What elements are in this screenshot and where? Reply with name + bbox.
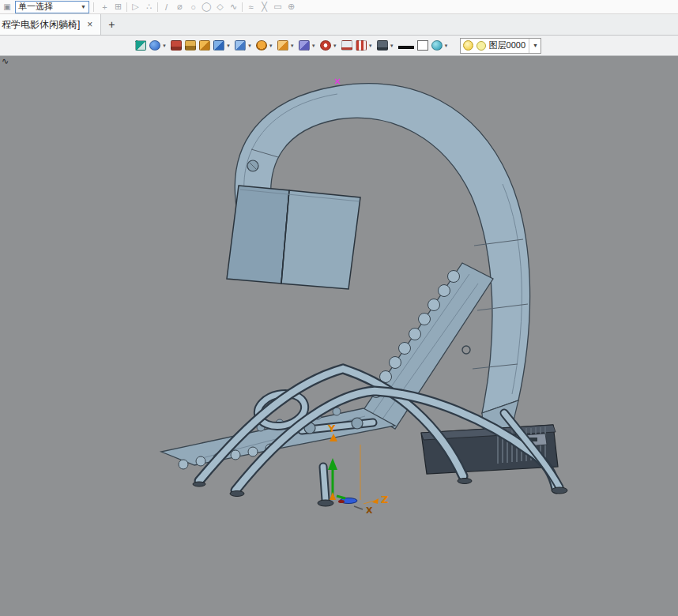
quick-toolbar-icons: +⊞▷∴/⌀○◯◇∿≈╳▭⊕ <box>98 2 298 12</box>
snap-point-icon[interactable]: + <box>98 2 111 12</box>
chevron-down-icon[interactable]: ▼ <box>389 43 395 48</box>
revolve-icon[interactable]: ▼ <box>255 39 275 51</box>
circle-tool-icon[interactable]: ○ <box>186 2 200 12</box>
viewport[interactable]: ∿ <box>0 56 678 616</box>
chevron-down-icon[interactable]: ▼ <box>268 43 274 48</box>
chevron-down-icon[interactable]: ▼ <box>247 43 253 48</box>
display-mode-icon[interactable]: ▼ <box>376 39 396 51</box>
chevron-down-icon[interactable]: ▼ <box>332 43 338 48</box>
chevron-down-icon: ▼ <box>81 4 86 9</box>
chevron-down-icon[interactable]: ▼ <box>225 43 232 48</box>
appearance-icon <box>149 40 160 51</box>
hatch-icon[interactable]: ▼ <box>355 39 375 51</box>
document-tab-label: 程学电影休闲躺椅] <box>2 18 80 32</box>
tab-close-icon[interactable]: × <box>85 19 94 30</box>
cad-application-window: ▣ 单一选择 ▼ +⊞▷∴/⌀○◯◇∿≈╳▭⊕ 程学电影休闲躺椅] × + ▼▼… <box>0 0 678 616</box>
brush-icon[interactable] <box>184 39 197 51</box>
appearance-icon[interactable]: ▼ <box>149 39 168 51</box>
chevron-down-icon[interactable]: ▼ <box>443 43 450 48</box>
layer-visibility-bulb-icon[interactable] <box>463 40 473 51</box>
diameter-tool-icon[interactable]: ⌀ <box>173 2 186 12</box>
trim-tool-icon[interactable]: ╳ <box>258 2 271 12</box>
select-mode-icon[interactable]: ▣ <box>2 2 13 11</box>
boolean-icon[interactable]: ▼ <box>234 39 254 51</box>
paint-icon[interactable] <box>170 39 183 51</box>
chevron-down-icon[interactable]: ▼ <box>289 43 296 48</box>
quick-toolbar: ▣ 单一选择 ▼ +⊞▷∴/⌀○◯◇∿≈╳▭⊕ <box>0 0 678 14</box>
point-set-icon[interactable]: ∴ <box>142 2 156 12</box>
boolean-icon <box>235 40 246 51</box>
sheet-icon <box>341 40 352 51</box>
chevron-down-icon[interactable]: ▼ <box>161 43 168 48</box>
play-macro-icon[interactable]: ▷ <box>129 2 142 12</box>
layer-color-swatch-icon[interactable] <box>476 41 486 51</box>
toolbar-separator <box>242 2 243 12</box>
render-sphere-icon <box>431 40 443 51</box>
solid-cube-icon[interactable] <box>198 39 211 51</box>
chevron-down-icon[interactable]: ▼ <box>529 39 538 53</box>
chevron-down-icon[interactable]: ▼ <box>367 43 374 48</box>
new-tab-button[interactable]: + <box>101 14 122 35</box>
line-width-icon <box>398 46 414 49</box>
open-part-icon[interactable] <box>134 39 147 51</box>
sweep-icon[interactable]: ▼ <box>277 39 296 51</box>
section-view-icon[interactable]: ▼ <box>319 39 339 51</box>
revolve-icon <box>256 40 267 51</box>
rect-tool-icon[interactable]: ▭ <box>271 2 284 12</box>
paint-icon <box>171 40 182 51</box>
origin-tool-icon[interactable]: ⊕ <box>284 2 298 12</box>
line-tool-icon[interactable]: / <box>160 2 173 12</box>
layer-combo[interactable]: 图层0000 ▼ <box>460 38 541 54</box>
curve-tool-icon[interactable]: ≈ <box>244 2 258 12</box>
line-width-icon[interactable] <box>397 42 415 50</box>
selection-mode-value: 单一选择 <box>18 1 53 13</box>
brush-icon <box>185 40 196 51</box>
solid-cube-icon <box>199 40 210 51</box>
axis-z-label: Z <box>381 494 388 505</box>
loft-icon <box>299 40 310 51</box>
toolbar-separator <box>126 2 127 12</box>
loft-icon[interactable]: ▼ <box>298 39 318 51</box>
document-tab-bar: 程学电影休闲躺椅] × + <box>0 14 678 36</box>
box-feature-icon[interactable]: ▼ <box>213 39 232 51</box>
blank-style-icon[interactable] <box>416 39 429 51</box>
selection-mode-combo[interactable]: 单一选择 ▼ <box>15 1 89 13</box>
open-part-icon <box>135 40 146 51</box>
grid-snap-icon[interactable]: ⊞ <box>111 2 125 12</box>
render-sphere-icon[interactable]: ▼ <box>431 39 450 51</box>
axis-x-label: X <box>366 505 373 516</box>
ellipse-tool-icon[interactable]: ◯ <box>200 2 213 12</box>
document-tab[interactable]: 程学电影休闲躺椅] × <box>0 14 101 35</box>
blank-style-icon <box>417 40 428 51</box>
main-toolbar: ▼▼▼▼▼▼▼▼▼▼ 图层0000 ▼ <box>0 36 678 56</box>
viewport-3d[interactable]: Y Z X <box>0 56 678 616</box>
sweep-icon <box>277 40 288 51</box>
box-feature-icon <box>213 40 224 51</box>
polygon-tool-icon[interactable]: ◇ <box>213 2 227 12</box>
section-view-icon <box>320 40 331 51</box>
ribbon-icons: ▼▼▼▼▼▼▼▼▼▼ <box>134 39 450 51</box>
toolbar-separator <box>157 2 158 12</box>
chevron-down-icon[interactable]: ▼ <box>311 43 317 48</box>
model-monitor[interactable] <box>227 186 360 289</box>
sheet-icon[interactable] <box>341 39 353 51</box>
vertex-marker <box>335 79 340 84</box>
toolbar-separator <box>93 2 94 12</box>
spline-tool-icon[interactable]: ∿ <box>227 2 240 12</box>
display-mode-icon <box>377 40 388 51</box>
layer-name: 图层0000 <box>489 39 525 51</box>
mini-tool-icon[interactable]: ∿ <box>2 56 9 66</box>
axis-y-label: Y <box>327 423 336 434</box>
hatch-icon <box>356 40 367 51</box>
